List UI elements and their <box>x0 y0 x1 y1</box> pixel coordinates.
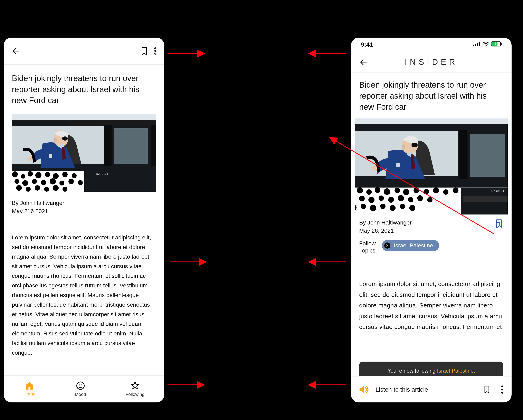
svg-rect-49 <box>479 42 480 46</box>
top-bar <box>4 38 164 65</box>
bottom-bar: Listen to this article <box>351 376 512 403</box>
svg-point-0 <box>154 47 156 48</box>
svg-point-21 <box>35 172 41 178</box>
svg-point-31 <box>50 178 56 185</box>
svg-point-43 <box>77 382 84 389</box>
wifi-icon <box>482 41 489 48</box>
svg-rect-48 <box>477 43 478 46</box>
byline: By John Haltiwanger <box>12 200 156 206</box>
annotation-arrow <box>306 382 347 388</box>
status-time: 9:41 <box>361 41 373 48</box>
svg-point-38 <box>35 185 40 191</box>
bookmark-outline-icon[interactable] <box>483 385 490 394</box>
phone-left: Biden jokingly threatens to run over rep… <box>4 38 164 403</box>
svg-point-30 <box>41 180 46 185</box>
svg-point-2 <box>154 53 156 55</box>
toast: You're now following Israel-Palestine. F… <box>359 362 503 376</box>
svg-rect-47 <box>475 44 476 46</box>
follow-topics-row: FollowTopics ✕ Israel-Palestine <box>359 240 503 254</box>
tab-home[interactable]: Home <box>24 382 36 397</box>
svg-point-18 <box>12 171 18 177</box>
annotation-arrow <box>327 135 498 237</box>
tab-following-label: Following <box>126 392 145 397</box>
annotation-arrow <box>306 51 347 57</box>
toast-line2: Find updates on this topic in your “Foll… <box>367 375 495 376</box>
svg-line-105 <box>331 138 494 234</box>
back-icon[interactable] <box>359 58 368 66</box>
svg-point-37 <box>26 187 31 192</box>
svg-point-36 <box>16 185 22 191</box>
svg-point-32 <box>59 181 64 186</box>
battery-icon <box>491 41 502 48</box>
status-bar: 9:41 <box>351 38 512 51</box>
svg-point-28 <box>22 180 28 186</box>
annotation-arrow <box>168 382 206 388</box>
svg-point-29 <box>32 179 37 184</box>
speaker-icon[interactable] <box>359 385 369 394</box>
svg-point-1 <box>154 50 156 52</box>
article-headline: Biden jokingly threatens to run over rep… <box>359 79 503 112</box>
svg-point-23 <box>53 173 59 179</box>
article-content: Biden jokingly threatens to run over rep… <box>4 65 164 375</box>
annotation-arrow <box>306 259 347 265</box>
article-body: Lorem ipsum dolor sit amet, consectetur … <box>12 233 156 357</box>
svg-point-19 <box>21 174 25 178</box>
article-headline: Biden jokingly threatens to run over rep… <box>12 73 156 106</box>
tab-mood[interactable]: Mood <box>75 381 86 397</box>
svg-point-22 <box>45 172 50 177</box>
top-bar: INSIDER <box>351 51 512 73</box>
svg-point-27 <box>15 179 19 184</box>
svg-rect-15 <box>49 154 52 158</box>
back-icon[interactable] <box>12 47 20 55</box>
svg-point-97 <box>501 388 503 390</box>
topic-chip[interactable]: ✕ Israel-Palestine <box>382 240 439 251</box>
divider <box>416 264 447 264</box>
cellular-icon <box>473 41 481 48</box>
publish-date: May 216 2021 <box>12 208 156 215</box>
tab-home-label: Home <box>24 391 36 397</box>
svg-point-50 <box>485 46 486 46</box>
svg-point-14 <box>54 138 57 143</box>
more-icon[interactable] <box>501 385 503 394</box>
svg-point-24 <box>62 172 68 177</box>
tab-mood-label: Mood <box>75 392 86 397</box>
svg-point-45 <box>81 384 82 385</box>
annotation-arrow <box>168 51 206 57</box>
article-body: Lorem ipsum dolor sit amet, consectetur … <box>359 279 503 332</box>
hero-image: FD230121 <box>12 114 156 192</box>
svg-point-98 <box>501 392 503 393</box>
chip-label: Israel-Palestine <box>394 242 433 249</box>
toast-text-prefix: You're now following <box>388 368 437 374</box>
svg-point-33 <box>68 179 74 184</box>
svg-point-96 <box>501 386 503 387</box>
svg-point-41 <box>63 187 67 192</box>
svg-point-39 <box>44 187 49 192</box>
more-icon[interactable] <box>154 47 156 55</box>
svg-point-13 <box>62 137 68 141</box>
svg-rect-52 <box>501 43 502 45</box>
toast-topic: Israel-Palestine. <box>437 368 475 374</box>
svg-point-20 <box>28 171 33 177</box>
bottom-tabs: Home Mood Following <box>4 375 164 403</box>
divider <box>33 223 135 223</box>
svg-point-40 <box>53 185 59 191</box>
svg-point-44 <box>79 384 80 385</box>
listen-label[interactable]: Listen to this article <box>376 386 477 393</box>
tab-following[interactable]: Following <box>126 381 145 397</box>
chip-remove-icon[interactable]: ✕ <box>384 242 390 249</box>
svg-rect-9 <box>151 125 156 166</box>
svg-point-34 <box>78 180 83 185</box>
follow-topics-label: FollowTopics <box>359 240 376 254</box>
annotation-arrow <box>170 259 208 265</box>
svg-rect-10 <box>114 128 148 164</box>
svg-rect-8 <box>104 125 112 166</box>
brand-title: INSIDER <box>368 57 495 67</box>
hero-id-label: FD230121 <box>95 172 108 176</box>
svg-rect-46 <box>473 45 474 46</box>
svg-point-25 <box>72 173 77 178</box>
bookmark-icon[interactable] <box>140 47 148 55</box>
